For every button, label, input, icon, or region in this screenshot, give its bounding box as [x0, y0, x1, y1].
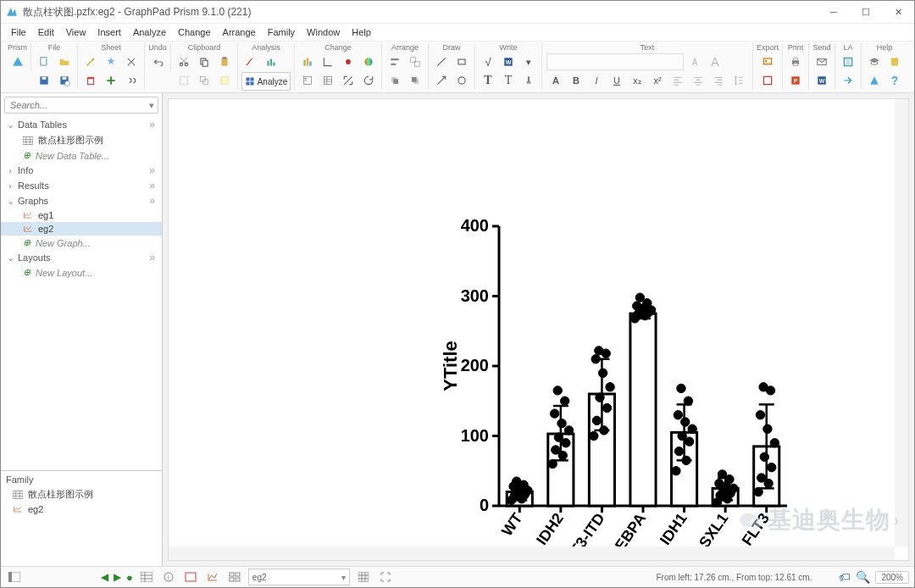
paste-icon[interactable]	[215, 53, 234, 70]
font-larger-icon[interactable]: A	[706, 53, 724, 70]
search-dropdown-icon[interactable]: ▾	[149, 100, 154, 111]
nav-prev-icon[interactable]: ▶	[114, 571, 121, 583]
menu-edit[interactable]: Edit	[33, 25, 59, 39]
menu-view[interactable]: View	[61, 25, 92, 39]
zoom-level[interactable]: 200%	[875, 571, 909, 584]
undo-icon[interactable]	[148, 53, 167, 70]
nav-item-graph-eg1[interactable]: eg1	[1, 208, 162, 222]
sb-graph-view-icon[interactable]	[204, 569, 221, 585]
bold-icon[interactable]: B	[567, 72, 585, 89]
trash-icon[interactable]	[81, 72, 100, 89]
change-axes-icon[interactable]	[319, 53, 337, 70]
prism-home-icon[interactable]	[8, 53, 27, 70]
nav-new-graph[interactable]: ⊕New Graph...	[1, 236, 162, 250]
font-combo[interactable]	[546, 53, 684, 70]
cut-icon[interactable]	[175, 53, 193, 70]
menu-window[interactable]: Window	[302, 25, 345, 39]
export-image-icon[interactable]	[758, 53, 777, 70]
change-legend-icon[interactable]	[298, 72, 317, 89]
fit-curve-icon[interactable]	[241, 53, 260, 70]
draw-rect-icon[interactable]	[452, 53, 471, 70]
draw-circle-icon[interactable]	[452, 72, 471, 89]
menu-help[interactable]: Help	[347, 25, 376, 39]
duplicate-icon[interactable]	[195, 72, 214, 89]
maximize-button[interactable]: ☐	[850, 1, 882, 23]
labarchives-send-icon[interactable]	[839, 72, 857, 89]
family-item-graph[interactable]: eg2	[1, 502, 162, 516]
help-book-icon[interactable]	[885, 53, 904, 70]
flag-icon[interactable]: 🏷	[839, 570, 851, 584]
open-file-icon[interactable]	[55, 53, 74, 70]
send-ppt-icon[interactable]: P	[786, 72, 805, 89]
sb-layout-view-icon[interactable]	[226, 569, 243, 585]
change-rotate-icon[interactable]	[359, 72, 378, 89]
nav-new-data-table[interactable]: ⊕New Data Table...	[1, 148, 162, 163]
nav-item-graph-eg2[interactable]: eg2	[1, 222, 162, 236]
section-more-icon[interactable]: »	[147, 252, 157, 263]
zoom-out-icon[interactable]: 🔍	[856, 570, 870, 584]
grad-cap-icon[interactable]	[865, 53, 884, 70]
change-bars-icon[interactable]	[298, 53, 317, 70]
export-set-icon[interactable]	[758, 72, 777, 89]
font-color-icon[interactable]: A	[546, 72, 565, 89]
change-color-icon[interactable]	[359, 53, 378, 70]
copy-icon[interactable]	[195, 53, 214, 70]
nav-item-data-table[interactable]: 散点柱形图示例	[1, 132, 162, 148]
nav-new-layout[interactable]: ⊕New Layout...	[1, 265, 162, 280]
text-dropdown-icon[interactable]: ▾	[519, 53, 538, 70]
family-item-table[interactable]: 散点柱形图示例	[1, 486, 162, 502]
stats-icon[interactable]	[262, 53, 280, 70]
send-word-icon[interactable]: W	[812, 72, 831, 89]
align-right-icon[interactable]	[709, 72, 728, 89]
menu-insert[interactable]: Insert	[92, 25, 126, 39]
select-all-icon[interactable]	[175, 72, 193, 89]
search-box[interactable]: ▾	[4, 97, 158, 114]
menu-analyze[interactable]: Analyze	[128, 25, 171, 39]
nav-cycle-icon[interactable]: ●	[126, 571, 133, 584]
menu-change[interactable]: Change	[173, 25, 216, 39]
prism-triangle-icon[interactable]	[865, 72, 884, 89]
section-more-icon[interactable]: »	[147, 119, 157, 130]
save-icon[interactable]	[35, 72, 53, 89]
sup-icon[interactable]: x²	[648, 72, 667, 89]
sb-expand-icon[interactable]	[377, 569, 394, 585]
nav-section-data-tables[interactable]: ⌄Data Tables»	[1, 117, 162, 132]
wand-icon[interactable]	[81, 53, 100, 70]
back-icon[interactable]	[406, 72, 424, 89]
front-icon[interactable]	[385, 72, 404, 89]
nav-first-icon[interactable]: ◀	[101, 571, 108, 583]
stamp-icon[interactable]	[519, 72, 538, 89]
draw-arrow-icon[interactable]	[432, 72, 451, 89]
section-more-icon[interactable]: »	[147, 180, 157, 191]
help-question-icon[interactable]: ?	[885, 72, 904, 89]
minimize-button[interactable]: ─	[818, 1, 850, 23]
nav-section-graphs[interactable]: ⌄Graphs»	[1, 193, 162, 208]
text-tool-icon[interactable]: T	[479, 72, 497, 89]
change-data-icon[interactable]	[319, 72, 337, 89]
new-sheet-star-icon[interactable]	[102, 53, 120, 70]
section-more-icon[interactable]: »	[147, 164, 157, 176]
save-as-icon[interactable]	[55, 72, 74, 89]
align-icon[interactable]	[385, 53, 404, 70]
send-mail-icon[interactable]	[812, 53, 831, 70]
close-button[interactable]: ✕	[882, 1, 914, 23]
scrollbar-vertical[interactable]	[895, 99, 908, 546]
font-smaller-icon[interactable]: A	[685, 53, 704, 70]
align-center-icon[interactable]	[689, 72, 707, 89]
menu-file[interactable]: File	[6, 25, 31, 39]
change-symbol-icon[interactable]	[339, 53, 358, 70]
sqrt-icon[interactable]: √	[479, 53, 497, 70]
analyze-button[interactable]: Analyze	[241, 72, 291, 91]
italic-icon[interactable]: I	[587, 72, 606, 89]
labarchives-icon[interactable]	[839, 53, 857, 70]
underline-icon[interactable]: U	[607, 72, 626, 89]
section-more-icon[interactable]: »	[147, 195, 157, 207]
text-tool-t2-icon[interactable]: T	[499, 72, 518, 89]
menu-arrange[interactable]: Arrange	[218, 25, 261, 39]
sb-results-view-icon[interactable]	[182, 569, 199, 585]
print-icon[interactable]	[786, 53, 805, 70]
nav-section-results[interactable]: ›Results»	[1, 178, 162, 193]
line-spacing-icon[interactable]	[729, 72, 748, 89]
nav-section-info[interactable]: ›Info»	[1, 163, 162, 178]
search-input[interactable]	[8, 99, 146, 111]
